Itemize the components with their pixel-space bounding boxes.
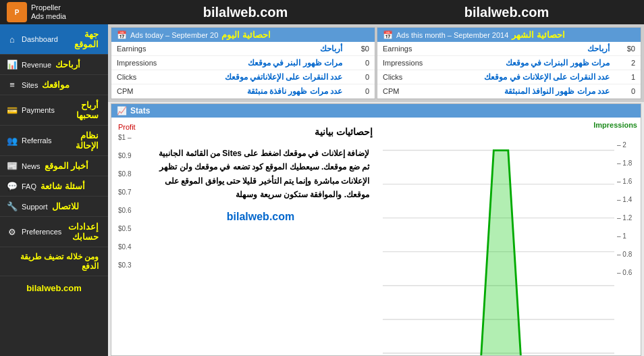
table-row: CPM عدد مرات ظهور نافذة منبثقة 0 (111, 84, 375, 99)
sidebar-label-ar-support: للاتصال (52, 201, 79, 211)
sidebar-label-ar-sites: مواقعك (42, 80, 70, 90)
panel-month-header: 📅 Ads this month – September 2014 احصائي… (377, 28, 641, 42)
panel-month-title-en: Ads this month – September 2014 (396, 31, 508, 39)
sidebar-label-ar-faq: أسئلة شائعة (41, 181, 85, 191)
panel-month: 📅 Ads this month – September 2014 احصائي… (377, 27, 641, 99)
chart-right: Impressions (379, 118, 641, 353)
y-label-8: $0.3 (118, 261, 136, 269)
chart-left: Profit $1 – $0.9 $0.8 $0.7 $0.6 $0.5 $0.… (111, 118, 379, 353)
table-row: CPM عدد مرات ظهور النوافذ المنبثقة 0 (377, 84, 641, 99)
earnings-label-month: Earnings (377, 42, 431, 56)
calendar-icon-month: 📅 (383, 30, 393, 40)
y-label-7: $0.4 (118, 243, 136, 251)
faq-icon: 💬 (7, 181, 18, 191)
right-y-label-8: – 0.6 (617, 269, 637, 276)
sidebar-label-ar-revenue: أرباحك (55, 59, 80, 70)
sidebar-item-payments[interactable]: 💳 Payments أرباح سحبها (0, 95, 108, 126)
sidebar-item-news[interactable]: 📰 News أخبار الموقع (0, 156, 108, 176)
site-title-right: bilalweb.com (376, 5, 637, 20)
right-y-label-6: – 1 (617, 232, 637, 240)
right-y-label-5: – 1.2 (617, 214, 637, 222)
impressions-value-month: 2 (615, 56, 641, 70)
sidebar-label-ar-payments: أرباح سحبها (59, 100, 99, 120)
chart-header: 📈 Stats (111, 104, 641, 118)
sidebar-item-preferences[interactable]: ⚙ Preferences إعدادات حسابك (0, 217, 108, 247)
earnings-label-ar-today: أرباحك (165, 42, 348, 56)
svg-marker-8 (479, 151, 522, 356)
sidebar-label-en-referrals: Referrals (22, 136, 52, 145)
chart-watermark: bilalweb.com (149, 211, 373, 223)
earnings-label-today: Earnings (111, 42, 165, 56)
cpm-value-today: 0 (348, 84, 375, 99)
sidebar-label-ar-dashboard: جهة الموقع (62, 29, 99, 49)
site-title-left: bilalweb.com (115, 5, 376, 20)
topbar: P Propeller Ads media bilalweb.com bilal… (0, 0, 644, 24)
sidebar-label-ar-news: أخبار الموقع (45, 161, 89, 171)
table-row: Earnings أرباحك $0 (111, 42, 375, 56)
sidebar-item-sites[interactable]: ≡ Sites مواقعك (0, 75, 108, 95)
clicks-label-month: Clicks (377, 70, 431, 84)
cpm-label-ar-today: عدد مرات ظهور نافذة منبثقة (165, 84, 348, 99)
support-icon: 🔧 (7, 201, 18, 211)
earnings-value-today: $0 (348, 42, 375, 56)
sidebar-item-faq[interactable]: 💬 FAQ أسئلة شائعة (0, 176, 108, 197)
earnings-label-ar-month: أرباحك (431, 42, 615, 56)
sites-icon: ≡ (7, 80, 18, 90)
sidebar-item-referrals[interactable]: 👥 Referrals نظام الإحالة (0, 126, 108, 156)
chart-title: Stats (130, 106, 150, 116)
right-y-label-1: – 2 (617, 141, 637, 149)
right-y-label-2: – 1.8 (617, 159, 637, 167)
panel-today: 📅 Ads today – September 20 احصائية اليوم… (111, 27, 375, 99)
sidebar-item-revenue[interactable]: 📊 Revenue أرباحك (0, 55, 108, 75)
sidebar-item-dashboard[interactable]: ⌂ Dashboard جهة الموقع (0, 24, 108, 55)
y-label-6: $0.5 (118, 225, 136, 232)
clicks-label-ar-today: عدد النقرات على الإعلاناتفي موقعك (165, 70, 348, 84)
table-row: Impressions مرات ظهور البنرات في موقعك 2 (377, 56, 641, 70)
clicks-value-month: 1 (615, 70, 641, 84)
logo-text: Propeller Ads media (31, 3, 66, 21)
sidebar-label-en-revenue: Revenue (22, 61, 51, 69)
sidebar-label-ar-referrals: نظام الإحالة (56, 130, 99, 151)
sidebar-label-en-payments: Payments (22, 106, 55, 114)
sidebar-label-ar-preferences: إعدادات حسابك (65, 222, 99, 242)
chart-section: 📈 Stats Profit $1 – $0.9 $0.8 $0.7 $0.6 (111, 103, 641, 356)
chart-title-ar: إحصائيات بيانية (149, 124, 373, 139)
news-icon: 📰 (7, 161, 18, 171)
impressions-label-today: Impressions (111, 56, 165, 70)
chart-description-ar: لإضافة إعلانات في موقعك اضغط على Sites م… (149, 143, 373, 205)
today-stats-table: Earnings أرباحك $0 Impressions مرات ظهور… (111, 42, 375, 99)
calendar-icon-today: 📅 (117, 30, 127, 40)
y-label-1: $1 – (118, 134, 136, 141)
right-y-label-3: – 1.6 (617, 178, 637, 185)
impressions-label-month: Impressions (377, 56, 431, 70)
cpm-label-ar-month: عدد مرات ظهور النوافذ المنبثقة (431, 84, 615, 99)
right-y-label-4: – 1.4 (617, 196, 637, 203)
panel-today-header: 📅 Ads today – September 20 احصائية اليوم (111, 28, 375, 42)
y-label-5: $0.6 (118, 207, 136, 214)
main-layout: ⌂ Dashboard جهة الموقع 📊 Revenue أرباحك … (0, 24, 644, 356)
table-row: Clicks عدد النقرات على الإعلانات في موقع… (377, 70, 641, 84)
content-area: 📅 Ads today – September 20 احصائية اليوم… (108, 24, 644, 356)
impressions-label-ar-today: مرات ظهور البنر في موقعك (165, 56, 348, 70)
table-row: Earnings أرباحك $0 (377, 42, 641, 56)
chart-icon: 📈 (117, 106, 127, 116)
impressions-value-today: 0 (348, 56, 375, 70)
referrals-icon: 👥 (7, 136, 18, 146)
sidebar-item-support[interactable]: 🔧 Support للاتصال (0, 197, 108, 217)
cpm-label-month: CPM (377, 84, 431, 99)
cpm-label-today: CPM (111, 84, 165, 99)
panel-today-title-en: Ads today – September 20 (130, 31, 218, 39)
earnings-value-month: $0 (615, 42, 641, 56)
sidebar-label-en-dashboard: Dashboard (22, 35, 58, 43)
profit-label: Profit (118, 123, 136, 131)
y-label-3: $0.8 (118, 170, 136, 178)
y-label-4: $0.7 (118, 188, 136, 196)
y-label-2: $0.9 (118, 152, 136, 159)
panel-month-title-ar: احصائية الشهر (512, 30, 565, 40)
logo-area: P Propeller Ads media (7, 2, 115, 22)
sidebar-label-en-support: Support (22, 203, 48, 211)
clicks-label-today: Clicks (111, 70, 165, 84)
chart-body: Profit $1 – $0.9 $0.8 $0.7 $0.6 $0.5 $0.… (111, 118, 641, 353)
impressions-label-ar-month: مرات ظهور البنرات في موقعك (431, 56, 615, 70)
home-icon: ⌂ (7, 34, 18, 45)
